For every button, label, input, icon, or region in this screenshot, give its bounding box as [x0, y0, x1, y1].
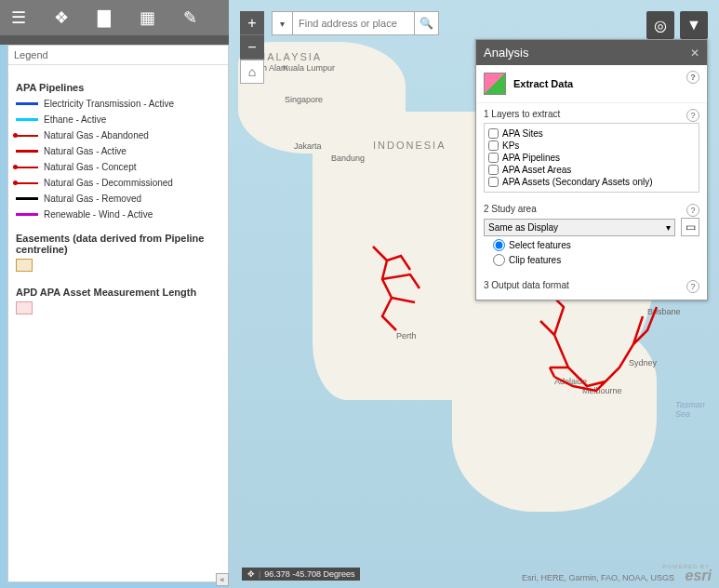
legend-item: Natural Gas - Abandoned — [16, 130, 220, 140]
filter-tool-button[interactable]: ▼ — [680, 11, 708, 39]
layer-checkbox[interactable] — [488, 140, 499, 151]
help-icon[interactable]: ? — [686, 109, 699, 122]
search-submit-button[interactable]: 🔍 — [414, 12, 438, 34]
analysis-section-output: 3 Output data format ? — [476, 274, 707, 300]
layer-checkbox-row[interactable]: APA Pipelines — [488, 152, 695, 164]
country-label: MALAYSIA — [257, 51, 322, 62]
basemap-icon[interactable]: ▦ — [136, 7, 158, 29]
extract-data-icon — [484, 73, 506, 95]
help-icon[interactable]: ? — [686, 204, 699, 217]
legend-item: Natural Gas - Concept — [16, 162, 220, 172]
country-label: INDONESIA — [373, 140, 446, 151]
city-label: Adelaide — [554, 377, 587, 386]
city-label: Kuala Lumpur — [283, 63, 335, 73]
target-tool-button[interactable]: ◎ — [646, 11, 674, 39]
legend-swatch — [16, 213, 38, 216]
legend-label: Natural Gas - Concept — [44, 162, 137, 172]
legend-item: Electricity Transmission - Active — [16, 99, 220, 109]
layers-icon[interactable]: ❖ — [50, 7, 73, 29]
legend-label: Ethane - Active — [44, 114, 106, 125]
analysis-tool-row: Extract Data ? — [476, 65, 707, 103]
study-area-value: Same as Display — [488, 222, 558, 233]
layer-checkbox-row[interactable]: APA Assets (Secondary Assets only) — [488, 176, 695, 188]
legend-icon[interactable]: ☰ — [7, 7, 30, 29]
legend-label: Electricity Transmission - Active — [44, 99, 174, 109]
edit-icon[interactable]: ✎ — [179, 7, 201, 29]
search-input[interactable] — [293, 12, 414, 34]
search-bar: ▾ 🔍 — [272, 11, 439, 35]
layer-checkbox[interactable] — [488, 165, 499, 175]
search-source-dropdown[interactable]: ▾ — [273, 12, 293, 34]
map-canvas[interactable]: MALAYSIA Shah Alam Kuala Lumpur Singapor… — [229, 0, 719, 588]
section-title: 3 Output data format — [484, 280, 699, 290]
top-toolbar: ☰ ❖ ▇ ▦ ✎ — [0, 0, 229, 35]
legend-label: Natural Gas - Decommissioned — [44, 178, 173, 188]
layer-checkbox-row[interactable]: APA Sites — [488, 127, 695, 140]
layer-checkbox-row[interactable]: KPs — [488, 140, 695, 152]
layer-checkbox[interactable] — [488, 153, 499, 163]
legend-label: Natural Gas - Active — [44, 146, 126, 156]
legend-group-easements: Easements (data derived from Pipeline ce… — [16, 233, 220, 255]
city-label: Bandung — [331, 154, 365, 163]
chevron-down-icon: ▾ — [666, 222, 671, 233]
radio-clip-features[interactable]: Clip features — [493, 254, 699, 266]
help-icon[interactable]: ? — [686, 71, 699, 84]
draw-area-button[interactable]: ▭ — [681, 218, 699, 236]
right-tools: ◎ ▼ — [646, 11, 708, 39]
sea-label: Tasman Sea — [675, 400, 719, 419]
bookmark-icon[interactable]: ▇ — [93, 7, 115, 29]
esri-logo: esri — [686, 568, 712, 584]
city-label: Singapore — [285, 95, 323, 104]
map-credits: Esri, HERE, Garmin, FAO, NOAA, USGS — [522, 573, 674, 582]
city-label: Melbourne — [582, 386, 622, 395]
collapse-sidebar-icon[interactable]: « — [216, 573, 229, 586]
section-title: 1 Layers to extract — [484, 109, 699, 119]
layer-label: APA Pipelines — [502, 153, 560, 163]
layer-checkbox[interactable] — [488, 128, 499, 139]
analysis-section-study: 2 Study area ? Same as Display ▾ ▭ Selec… — [476, 198, 707, 274]
legend-item: Ethane - Active — [16, 114, 220, 125]
city-label: Sydney — [629, 358, 657, 368]
coords-toggle-icon[interactable]: ✥ — [247, 569, 255, 579]
analysis-section-layers: 1 Layers to extract ? APA SitesKPsAPA Pi… — [476, 103, 707, 198]
section-title: 2 Study area — [484, 204, 699, 214]
legend-label: Natural Gas - Removed — [44, 194, 141, 204]
close-icon[interactable]: ✕ — [690, 47, 699, 60]
layer-checkbox[interactable] — [488, 177, 499, 187]
radio-select-features[interactable]: Select features — [493, 239, 699, 251]
legend-panel: Legend APA Pipelines Electricity Transmi… — [7, 45, 229, 582]
study-area-select[interactable]: Same as Display ▾ — [484, 219, 675, 236]
zoom-in-button[interactable]: + — [240, 11, 264, 35]
legend-swatch — [16, 102, 38, 105]
analysis-panel: Analysis ✕ Extract Data ? 1 Layers to ex… — [475, 39, 708, 301]
landmass — [452, 326, 657, 512]
city-label: Jakarta — [294, 141, 322, 151]
legend-group-title: APA Pipelines — [16, 82, 220, 93]
coords-value: 96.378 -45.708 Degrees — [264, 569, 354, 579]
layer-label: KPs — [502, 140, 519, 151]
legend-swatch — [16, 167, 38, 168]
layer-checkbox-row[interactable]: APA Asset Areas — [488, 164, 695, 176]
legend-item: Natural Gas - Removed — [16, 194, 220, 204]
city-label: Perth — [396, 331, 417, 341]
analysis-title: Analysis — [484, 46, 528, 60]
legend-header: Legend — [8, 46, 228, 65]
legend-item: Renewable - Wind - Active — [16, 209, 220, 220]
zoom-out-button[interactable]: − — [240, 35, 264, 60]
legend-item: Natural Gas - Decommissioned — [16, 178, 220, 188]
layer-label: APA Sites — [502, 128, 543, 139]
layer-label: APA Asset Areas — [502, 165, 571, 175]
easement-swatch — [16, 259, 33, 272]
legend-item: Natural Gas - Active — [16, 146, 220, 156]
layer-label: APA Assets (Secondary Assets only) — [502, 177, 653, 187]
legend-label: Natural Gas - Abandoned — [44, 130, 149, 140]
apd-swatch — [16, 301, 33, 314]
coordinates-display[interactable]: ✥ | 96.378 -45.708 Degrees — [242, 568, 360, 581]
layer-list[interactable]: APA SitesKPsAPA PipelinesAPA Asset Areas… — [484, 123, 699, 193]
legend-swatch — [16, 118, 38, 121]
city-label: Brisbane — [647, 307, 681, 316]
legend-swatch — [16, 197, 38, 200]
home-button[interactable]: ⌂ — [240, 60, 264, 84]
analysis-header: Analysis ✕ — [476, 40, 707, 65]
help-icon[interactable]: ? — [686, 280, 699, 293]
